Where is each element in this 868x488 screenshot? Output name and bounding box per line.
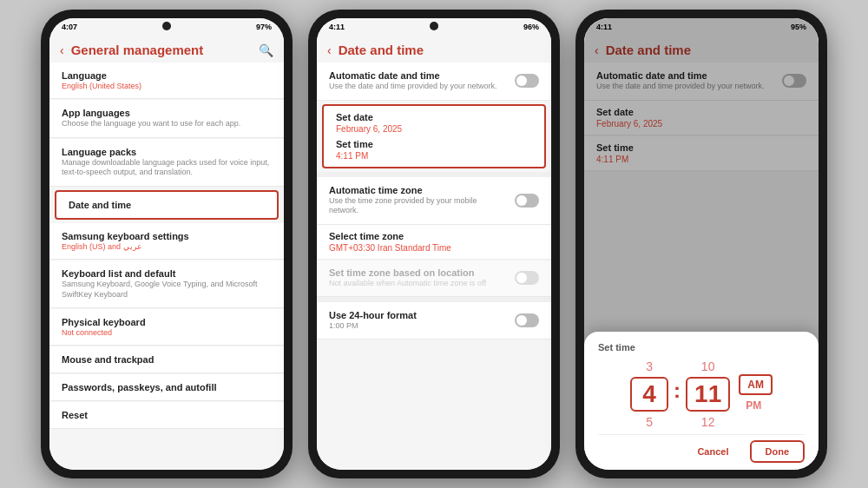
auto-date-time-row[interactable]: Automatic date and time Use the date and… (317, 63, 551, 101)
camera-notch-2 (430, 22, 438, 30)
tp-main: 3 4 5 : 10 11 12 AM PM (598, 359, 805, 429)
dt-settings-list: Automatic date and time Use the date and… (317, 63, 551, 470)
setting-reset[interactable]: Reset (49, 402, 284, 429)
header-2: ‹ Date and time (317, 34, 551, 63)
use24-row[interactable]: Use 24-hour format 1:00 PM (317, 302, 551, 340)
tp-hour-selected[interactable]: 4 (630, 377, 668, 412)
battery-1: 97% (256, 23, 272, 31)
set-date-time-section: Set date February 6, 2025 Set time 4:11 … (322, 104, 546, 168)
tp-am-option[interactable]: AM (739, 374, 773, 395)
time-picker-overlay: Set time 3 4 5 : 10 11 12 (584, 18, 819, 470)
setting-language-packs[interactable]: Language packs Manage downloadable langu… (49, 139, 284, 187)
battery-2: 96% (523, 23, 539, 31)
phone-2: 4:11 96% ‹ Date and time Automatic date … (308, 10, 560, 478)
search-icon-1[interactable]: 🔍 (259, 43, 273, 57)
set-date-item[interactable]: Set date February 6, 2025 (336, 112, 532, 134)
setting-language[interactable]: Language English (United States) (49, 63, 284, 99)
tz-location-toggle (515, 271, 539, 285)
tz-location-row: Set time zone based on location Not avai… (317, 260, 551, 297)
tp-ampm: AM PM (739, 374, 773, 414)
tp-hour-below: 5 (646, 415, 653, 429)
time-picker-dialog: Set time 3 4 5 : 10 11 12 (584, 332, 819, 470)
settings-list-1: Language English (United States) App lan… (49, 63, 284, 470)
tp-colon: : (674, 379, 681, 410)
tp-cancel-button[interactable]: Cancel (683, 440, 742, 463)
tp-hour-above: 3 (646, 359, 653, 373)
tp-pm-option[interactable]: PM (739, 397, 773, 414)
tp-actions: Cancel Done (598, 434, 805, 463)
back-arrow-1[interactable]: ‹ (60, 43, 64, 57)
tp-minute-below: 12 (701, 415, 715, 429)
tp-title: Set time (598, 342, 805, 353)
setting-app-languages[interactable]: App languages Choose the language you wa… (49, 100, 284, 138)
setting-mouse-trackpad[interactable]: Mouse and trackpad (49, 346, 284, 373)
phone-1: 4:07 97% ‹ General management 🔍 Language… (41, 10, 293, 478)
phone-1-screen: 4:07 97% ‹ General management 🔍 Language… (49, 18, 284, 470)
tp-minute-col: 10 11 12 (686, 359, 730, 429)
setting-physical-keyboard[interactable]: Physical keyboard Not connected (49, 309, 284, 346)
phone-3-screen: 4:11 95% ‹ Date and time Automatic date … (584, 18, 819, 470)
tp-done-button[interactable]: Done (750, 440, 806, 463)
setting-keyboard-list[interactable]: Keyboard list and default Samsung Keyboa… (49, 260, 284, 308)
time-1: 4:07 (62, 23, 77, 31)
tp-minute-above: 10 (701, 359, 715, 373)
back-arrow-2[interactable]: ‹ (327, 43, 332, 57)
use24-toggle[interactable] (515, 313, 539, 327)
set-time-item[interactable]: Set time 4:11 PM (336, 139, 532, 161)
header-1: ‹ General management 🔍 (49, 34, 284, 63)
phone-3: 4:11 95% ‹ Date and time Automatic date … (575, 10, 827, 478)
auto-tz-toggle[interactable] (515, 194, 539, 208)
time-2: 4:11 (329, 23, 345, 31)
auto-timezone-row[interactable]: Automatic time zone Use the time zone pr… (317, 177, 551, 225)
camera-notch (162, 22, 171, 30)
tp-hour-col: 3 4 5 (630, 359, 668, 429)
tp-minute-selected[interactable]: 11 (686, 377, 730, 412)
setting-date-time[interactable]: Date and time (55, 190, 279, 220)
phone-2-screen: 4:11 96% ‹ Date and time Automatic date … (317, 18, 551, 470)
screen-title-2: Date and time (339, 43, 541, 57)
screen-title-1: General management (71, 43, 259, 57)
setting-passwords[interactable]: Passwords, passkeys, and autofill (49, 374, 284, 401)
auto-date-toggle[interactable] (515, 74, 539, 88)
select-timezone-item[interactable]: Select time zone GMT+03:30 Iran Standard… (317, 225, 551, 260)
setting-samsung-keyboard[interactable]: Samsung keyboard settings English (US) a… (49, 223, 284, 260)
